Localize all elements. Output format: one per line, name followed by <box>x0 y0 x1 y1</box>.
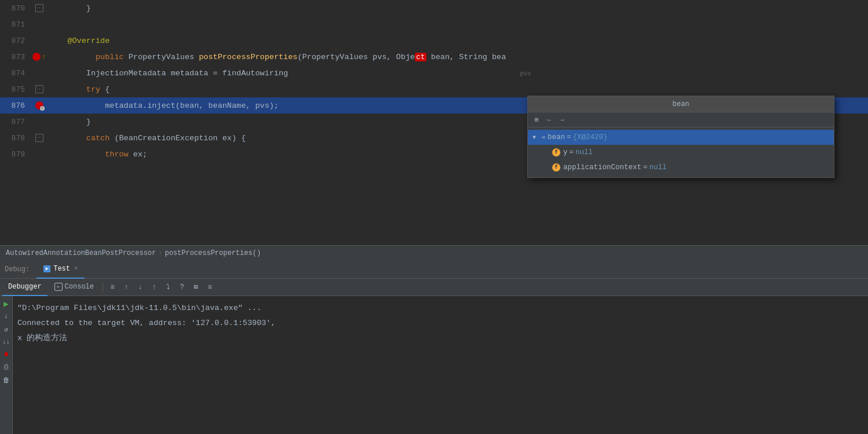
fold-icon-878[interactable]: − <box>35 134 43 142</box>
vi-forward-btn[interactable]: → <box>557 115 567 125</box>
var-name-appctx: applicationContext <box>563 163 641 172</box>
var-row-y[interactable]: f y = null <box>528 145 834 160</box>
line-content-874: InjectionMetadata metadata = findAutowir… <box>46 69 531 78</box>
kw-public-873: public <box>77 53 129 61</box>
tab-debugger[interactable]: Debugger <box>2 279 48 296</box>
gutter-870: − <box>32 4 46 12</box>
run-btn[interactable]: ▶ <box>1 298 12 309</box>
line-num-878: 878 <box>0 134 32 143</box>
tab-console[interactable]: ▸ Console <box>49 279 100 296</box>
breadcrumb-bar: AutowiredAnnotationBeanPostProcessor › p… <box>0 245 868 260</box>
toolbar-up2-btn[interactable]: ↑ <box>148 281 161 294</box>
var-val-y: null <box>575 148 593 156</box>
var-tree: ▼ ∞ bean = {X@2420} f y = null f applica… <box>528 127 834 177</box>
console-icon: ▸ <box>54 283 63 291</box>
line-content-877: } <box>46 118 91 126</box>
tab-console-label: Console <box>65 283 94 291</box>
trash-btn[interactable]: 🗑 <box>1 375 12 385</box>
gutter-873: ↑ <box>32 53 46 61</box>
tab-debugger-label: Debugger <box>8 283 42 291</box>
code-line-873: 873 ↑ public PropertyValues postProcessP… <box>0 49 868 65</box>
params-873: (PropertyValues pvs, Obje <box>297 53 415 61</box>
tab-test-icon: ▶ <box>43 265 50 272</box>
line-num-873: 873 <box>0 53 32 61</box>
code-line-870: 870 − } <box>0 0 868 16</box>
var-eq-y: = <box>570 148 574 156</box>
console-text-3: x 的构造方法 <box>17 331 67 346</box>
arrow-873: ↑ <box>42 53 46 61</box>
line-num-874: 874 <box>0 69 32 78</box>
code-line-875: 875 − try { <box>0 81 868 97</box>
rerun-btn[interactable]: ↺ <box>1 324 12 334</box>
line-num-875: 875 <box>0 85 32 94</box>
var-inspector: bean ⊞ ← → ▼ ∞ bean = {X@2420} f y = nul… <box>527 96 834 178</box>
toolbar-menu-btn[interactable]: ≡ <box>203 281 216 294</box>
fold-icon-870[interactable]: − <box>35 4 43 12</box>
fold-icon-875[interactable]: − <box>35 85 43 93</box>
var-eq-appctx: = <box>643 163 648 172</box>
console-text-1: "D:\Program Files\jdk11\jdk-11.0.5\bin\j… <box>17 301 261 316</box>
tab-test-close[interactable]: × <box>74 265 78 272</box>
gutter-878: − <box>32 134 46 142</box>
var-row-appctx[interactable]: f applicationContext = null <box>528 160 834 175</box>
bottom-panel: Debug: ▶ Test × Debugger ▸ Console ≡ ↑ ↓… <box>0 260 868 434</box>
toolbar-sep-1 <box>103 282 103 293</box>
console-content: "D:\Program Files\jdk11\jdk-11.0.5\bin\j… <box>13 296 868 434</box>
gutter-875: − <box>32 85 46 93</box>
line-num-879: 879 <box>0 150 32 159</box>
var-inspector-toolbar: ⊞ ← → <box>528 112 834 127</box>
download-btn[interactable]: ↓↓ <box>1 337 12 347</box>
var-inspector-title-text: bean <box>673 100 690 108</box>
toolbar-q-btn[interactable]: ? <box>176 281 188 294</box>
line-content-870: } <box>46 4 91 13</box>
line-content-875: try { <box>46 85 110 94</box>
toolbar-down-btn[interactable]: ↓ <box>134 281 147 294</box>
toolbar-step-btn[interactable]: ⤵ <box>162 281 174 294</box>
print-btn[interactable]: ⎙ <box>1 362 12 373</box>
toolbar-lines-btn[interactable]: ≡ <box>106 281 119 294</box>
breadcrumb-method[interactable]: postProcessProperties() <box>165 249 261 257</box>
line-num-872: 872 <box>0 37 32 45</box>
breadcrumb-sep: › <box>158 249 162 257</box>
line-num-877: 877 <box>0 118 32 126</box>
tab-test[interactable]: ▶ Test × <box>37 260 85 279</box>
var-val-bean: {X@2420} <box>573 133 608 141</box>
console-line-2: Connected to the target VM, address: '12… <box>17 316 868 331</box>
side-panel-buttons: ▶ ↓ ↺ ↓↓ ■ ⎙ 🗑 <box>0 296 13 434</box>
breakpoint-876[interactable]: ? <box>35 101 43 110</box>
method-873: postProcessProperties <box>199 53 297 61</box>
toolbar-up-btn[interactable]: ↑ <box>120 281 133 294</box>
debug-label: Debug: <box>5 265 30 273</box>
highlight-ct: ct <box>415 53 426 61</box>
line-content-878: catch (BeanCreationException ex) { <box>46 134 246 143</box>
console-line-1: "D:\Program Files\jdk11\jdk-11.0.5\bin\j… <box>17 301 868 316</box>
line-num-876: 876 <box>0 101 32 110</box>
breakpoint-873[interactable] <box>32 53 41 61</box>
code-line-874: 874 InjectionMetadata metadata = findAut… <box>0 65 868 81</box>
console-line-3: x 的构造方法 <box>17 331 868 346</box>
vi-back-btn[interactable]: ← <box>544 115 555 125</box>
console-text-2: Connected to the target VM, address: '12… <box>17 316 276 331</box>
panel-toolbar: Debugger ▸ Console ≡ ↑ ↓ ↑ ⤵ ? ⊞ ≡ <box>0 279 868 296</box>
down-btn[interactable]: ↓ <box>1 311 12 322</box>
breadcrumb-class[interactable]: AutowiredAnnotationBeanPostProcessor <box>6 249 156 257</box>
code-line-871: 871 <box>0 16 868 32</box>
line-num-871: 871 <box>0 20 32 29</box>
tab-test-label: Test <box>53 265 70 273</box>
type-f-y: f <box>552 148 560 156</box>
var-name-bean: bean <box>548 133 565 141</box>
var-row-bean[interactable]: ▼ ∞ bean = {X@2420} <box>528 130 834 145</box>
type-873: PropertyValues <box>129 53 199 61</box>
vi-grid-btn[interactable]: ⊞ <box>531 115 542 125</box>
line-content-876: metadata.inject(bean, beanName, pvs); <box>46 101 279 110</box>
params-873b: bean, String bea <box>426 53 506 61</box>
debug-tabs-bar: Debug: ▶ Test × <box>0 260 868 279</box>
line-content-879: throw ex; <box>46 150 147 159</box>
stop-btn[interactable]: ■ <box>1 349 12 360</box>
debug-label-text: Debug: <box>5 265 30 273</box>
gutter-876: ? <box>32 101 46 110</box>
expand-bean[interactable]: ▼ <box>533 134 541 141</box>
line-num-870: 870 <box>0 4 32 13</box>
var-val-appctx: null <box>650 163 667 172</box>
toolbar-grid-btn[interactable]: ⊞ <box>189 281 202 294</box>
